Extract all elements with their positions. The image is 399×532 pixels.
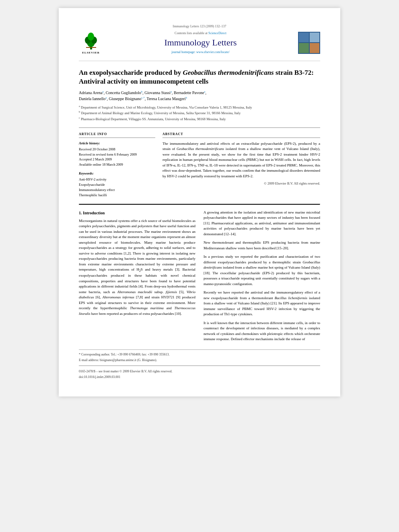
revised-date: Received in revised form 6 February 2009: [79, 152, 155, 157]
keywords-section: Keywords: Anti-HSV-2 activity Exopolysac…: [79, 171, 155, 197]
sciencedirect-link[interactable]: ScienceDirect: [208, 31, 226, 35]
article-info-column: Article Info Article history: Received 2…: [79, 132, 155, 198]
svg-rect-5: [86, 47, 96, 48]
accepted-date: Accepted 2 March 2009: [79, 157, 155, 162]
keyword-1: Anti-HSV-2 activity: [79, 177, 155, 182]
intro-paragraph-5: Recently we have reported the antiviral …: [204, 290, 320, 317]
journal-banner: ELSEVIER Contents lists available at Sci…: [79, 30, 320, 55]
intro-paragraph-4: In a previous study we reported the puri…: [204, 254, 320, 287]
authors-line: Adriana Arenaa, Concetta Gugliandolob, G…: [79, 90, 320, 102]
intro-paragraph-6: It is well known that the interaction be…: [204, 320, 320, 342]
journal-ref: Immunology Letters 123 (2009) 132–137: [79, 24, 320, 29]
elsevier-logo: ELSEVIER: [79, 30, 103, 55]
abstract-label: Abstract: [162, 132, 320, 138]
affiliation-b: b Department of Animal Biology and Marin…: [79, 110, 320, 116]
body-left-column: 1. Introduction Microorganisms in natura…: [79, 210, 195, 345]
contents-line: Contents lists available at ScienceDirec…: [107, 31, 294, 35]
thumb-cell-1: [299, 33, 309, 43]
journal-title-block: Contents lists available at ScienceDirec…: [107, 31, 294, 55]
thumb-cell-3: [299, 43, 309, 53]
journal-thumbnail: [298, 32, 320, 54]
intro-paragraph-2: A growing attention in the isolation and…: [204, 210, 320, 237]
history-label: Article history:: [79, 141, 155, 146]
keyword-3: Immunomodulatory effect: [79, 188, 155, 193]
svg-point-4: [88, 33, 94, 41]
article-info-label: Article Info: [79, 132, 155, 138]
affiliations: a Department of Surgical Science, Unit o…: [79, 104, 320, 122]
keyword-2: Exopolysaccharide: [79, 183, 155, 187]
received-date: Received 20 October 2008: [79, 147, 155, 152]
article-page: Immunology Letters 123 (2009) 132–137 EL…: [59, 8, 340, 396]
email-note: E-mail address: bisignano@pharma.unime.i…: [79, 358, 320, 362]
intro-paragraph-1: Microorganisms in natural systems offer …: [79, 218, 195, 317]
thumb-cell-4: [310, 43, 320, 53]
footer-divider: [79, 366, 320, 366]
keywords-label: Keywords:: [79, 171, 155, 176]
body-divider: [79, 204, 320, 205]
thumb-cell-2: [310, 33, 320, 43]
intro-paragraph-3: New thermotolerant and thermophilic EPS …: [204, 240, 320, 251]
elsevier-tree-icon: [82, 30, 100, 50]
abstract-text: The immunomodulatory and antiviral effec…: [162, 141, 320, 179]
article-title: An exopolysaccharide produced by Geobaci…: [79, 68, 320, 86]
affiliation-a: a Department of Surgical Science, Unit o…: [79, 104, 320, 110]
journal-title: Immunology Letters: [107, 37, 294, 49]
body-right-column: A growing attention in the isolation and…: [204, 210, 320, 345]
journal-homepage: journal homepage: www.elsevier.com/locat…: [107, 50, 294, 54]
elsevier-text: ELSEVIER: [82, 51, 99, 55]
article-history: Article history: Received 20 October 200…: [79, 141, 155, 167]
affiliation-c: c Pharmaco-Biological Department, Villag…: [79, 116, 320, 122]
doi-line: doi:10.1016/j.imlet.2009.03.001: [79, 375, 320, 379]
homepage-link[interactable]: www.elsevier.com/locate/: [196, 50, 230, 54]
journal-header: Immunology Letters 123 (2009) 132–137 EL…: [79, 24, 320, 61]
corresponding-note: * Corresponding author. Tel.: +39 090 67…: [79, 352, 320, 357]
copyright-line: © 2009 Elsevier B.V. All rights reserved…: [162, 181, 320, 186]
online-date: Available online 18 March 2009: [79, 162, 155, 167]
article-info-abstract: Article Info Article history: Received 2…: [79, 127, 320, 198]
keyword-4: Thermophilic bacilli: [79, 193, 155, 198]
section1-heading: 1. Introduction: [79, 210, 195, 216]
footer-notes: * Corresponding author. Tel.: +39 090 67…: [79, 349, 320, 380]
body-content: 1. Introduction Microorganisms in natura…: [79, 210, 320, 345]
abstract-column: Abstract The immunomodulatory and antivi…: [162, 132, 320, 198]
issn-line: 0165-2478/$ – see front matter © 2009 El…: [79, 369, 320, 374]
